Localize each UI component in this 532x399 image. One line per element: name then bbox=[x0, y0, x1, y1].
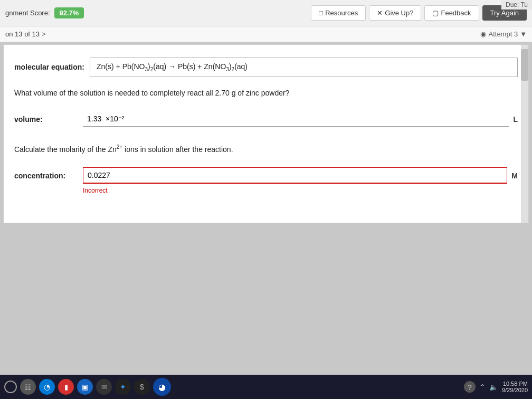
feedback-label: Feedback bbox=[441, 9, 471, 17]
resources-label: Resources bbox=[325, 9, 358, 17]
equation-box: Zn(s) + Pb(NO3)2(aq) → Pb(s) + Zn(NO3)2(… bbox=[90, 58, 518, 77]
incorrect-message: Incorrect bbox=[83, 187, 518, 194]
question2-section: Calculate the molarity of the Zn2+ ions … bbox=[14, 143, 518, 195]
try-again-label: Try Again bbox=[490, 9, 519, 17]
volume-answer-row: volume: L bbox=[14, 111, 518, 127]
concentration-unit: M bbox=[511, 172, 518, 180]
volume-unit: L bbox=[513, 115, 518, 124]
give-up-label: Give Up? bbox=[385, 9, 413, 17]
volume-label: volume: bbox=[14, 115, 78, 124]
taskbar-date-value: 9/29/2020 bbox=[502, 387, 528, 393]
give-up-icon: ✕ bbox=[377, 9, 383, 17]
taskbar-chrome-icon[interactable]: ◕ bbox=[153, 378, 171, 396]
taskbar-mail-icon[interactable]: ✉ bbox=[96, 379, 112, 395]
resources-button[interactable]: □ Resources bbox=[311, 5, 366, 21]
score-label: gnment Score: bbox=[5, 9, 50, 17]
give-up-button[interactable]: ✕ Give Up? bbox=[369, 5, 421, 21]
taskbar-folder-icon[interactable]: ▮ bbox=[58, 379, 74, 395]
taskbar-dollar-icon[interactable]: $ bbox=[134, 379, 150, 395]
concentration-input[interactable] bbox=[83, 167, 507, 184]
equation-label: molecular equation: bbox=[14, 63, 84, 71]
taskbar-help-icon[interactable]: ? bbox=[464, 381, 476, 393]
taskbar-left: ☷ ◔ ▮ ▣ ✉ ✦ $ ◕ bbox=[4, 378, 171, 396]
sub-bar: on 13 of 13 > ◉ Attempt 3 ▼ bbox=[0, 26, 532, 42]
top-actions: □ Resources ✕ Give Up? ▢ Feedback Try Ag… bbox=[311, 5, 527, 21]
resources-icon: □ bbox=[319, 9, 323, 17]
question-nav: on 13 of 13 bbox=[5, 30, 40, 38]
attempt-section: ◉ Attempt 3 ▼ bbox=[480, 30, 527, 38]
taskbar-right: ? ⌃ 🔈 10:58 PM 9/29/2020 bbox=[464, 381, 528, 393]
equation-row: molecular equation: Zn(s) + Pb(NO3)2(aq)… bbox=[14, 58, 518, 77]
attempt-check-icon: ◉ bbox=[480, 30, 486, 38]
question1-section: What volume of the solution is needed to… bbox=[14, 88, 518, 127]
question1-text: What volume of the solution is needed to… bbox=[14, 88, 518, 99]
main-content: molecular equation: Zn(s) + Pb(NO3)2(aq)… bbox=[3, 44, 529, 223]
taskbar-edge-icon[interactable]: ◔ bbox=[39, 379, 55, 395]
scrollbar-thumb[interactable] bbox=[521, 49, 528, 81]
volume-input[interactable] bbox=[83, 111, 509, 127]
taskbar-speaker-icon[interactable]: 🔈 bbox=[489, 383, 498, 391]
question2-text: Calculate the molarity of the Zn2+ ions … bbox=[14, 143, 518, 155]
top-bar: gnment Score: 92.7% □ Resources ✕ Give U… bbox=[0, 0, 532, 26]
scrollbar-track[interactable] bbox=[521, 45, 528, 223]
concentration-label: concentration: bbox=[14, 172, 78, 180]
feedback-icon: ▢ bbox=[432, 9, 439, 17]
taskbar-file-manager-icon[interactable]: ☷ bbox=[20, 379, 36, 395]
score-section: gnment Score: 92.7% bbox=[5, 7, 84, 18]
attempt-label: Attempt 3 bbox=[488, 30, 518, 38]
taskbar-clock: 10:58 PM 9/29/2020 bbox=[502, 381, 528, 393]
taskbar: ☷ ◔ ▮ ▣ ✉ ✦ $ ◕ ? ⌃ 🔈 10:58 PM 9/29/2020 bbox=[0, 375, 532, 399]
attempt-dropdown-icon[interactable]: ▼ bbox=[520, 30, 527, 38]
taskbar-up-icon[interactable]: ⌃ bbox=[480, 383, 485, 391]
due-label: Due: Tu bbox=[501, 0, 532, 10]
start-button[interactable] bbox=[4, 381, 17, 393]
concentration-answer-row: concentration: M bbox=[14, 167, 518, 184]
taskbar-dropbox-icon[interactable]: ✦ bbox=[115, 379, 131, 395]
nav-chevron-icon[interactable]: > bbox=[42, 30, 46, 38]
taskbar-time-value: 10:58 PM bbox=[502, 381, 528, 387]
score-badge: 92.7% bbox=[54, 7, 84, 18]
feedback-button[interactable]: ▢ Feedback bbox=[424, 5, 479, 21]
taskbar-app1-icon[interactable]: ▣ bbox=[77, 379, 93, 395]
